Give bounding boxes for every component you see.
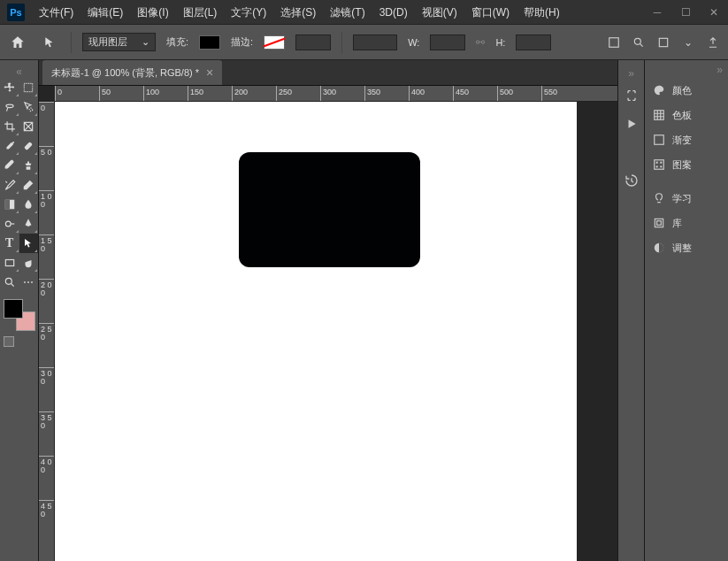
history-icon[interactable] <box>623 172 640 189</box>
panel-learn[interactable]: 学习 <box>645 186 728 211</box>
quickmask-toggle[interactable] <box>4 336 38 347</box>
menu-help[interactable]: 帮助(H) <box>517 0 567 25</box>
canvas-viewport[interactable]: 软件自学网 WWW.RJZXW.COM <box>55 102 617 561</box>
panel-libraries[interactable]: 库 <box>645 211 728 235</box>
edit-toolbar-button[interactable]: ⋯ <box>19 273 39 292</box>
document-tab-title: 未标题-1 @ 100% (背景, RGB/8) * <box>51 66 199 80</box>
svg-rect-20 <box>657 221 662 226</box>
horizontal-ruler[interactable]: 050100150200250300350400450500550 <box>55 86 617 102</box>
stroke-swatch[interactable] <box>264 35 285 50</box>
svg-point-18 <box>661 166 662 167</box>
zoom-tool[interactable] <box>0 273 19 292</box>
mask-mode-icon[interactable] <box>606 35 622 50</box>
vertical-ruler[interactable]: 05 01 0 01 5 02 0 02 5 03 0 03 5 04 0 04… <box>39 102 55 561</box>
quick-select-tool[interactable] <box>19 97 39 117</box>
panel-label: 学习 <box>672 192 692 205</box>
canvas[interactable]: 软件自学网 WWW.RJZXW.COM <box>55 102 577 561</box>
close-tab-icon[interactable]: × <box>206 65 213 80</box>
fill-label: 填充: <box>166 35 188 49</box>
adjustments-icon <box>652 241 666 255</box>
brush-tool[interactable] <box>0 156 19 175</box>
properties-icon[interactable] <box>623 87 640 104</box>
marquee-tool[interactable] <box>19 78 39 97</box>
app-logo: Ps <box>7 4 25 21</box>
move-tool[interactable] <box>0 78 19 97</box>
play-icon[interactable] <box>623 115 640 133</box>
stroke-label: 描边: <box>231 35 253 49</box>
svg-point-15 <box>656 162 657 163</box>
right-panel-column: » 颜色 色板 渐变 图案 学习 <box>644 60 728 561</box>
panel-gradients[interactable]: 渐变 <box>645 127 728 152</box>
menu-3d[interactable]: 3D(D) <box>372 0 415 25</box>
document-tab[interactable]: 未标题-1 @ 100% (背景, RGB/8) * × <box>42 60 222 85</box>
toolbox-collapse-icon[interactable]: « <box>0 65 38 78</box>
healing-tool[interactable] <box>19 136 39 156</box>
menu-layer[interactable]: 图层(L) <box>176 0 225 25</box>
gradient-tool[interactable] <box>0 195 19 214</box>
panel-label: 颜色 <box>672 84 692 97</box>
workspace: « <box>0 60 728 561</box>
panel-collapse-icon[interactable]: » <box>645 64 728 78</box>
width-input[interactable] <box>430 35 465 50</box>
menu-filter[interactable]: 滤镜(T) <box>323 0 372 25</box>
title-bar: Ps 文件(F) 编辑(E) 图像(I) 图层(L) 文字(Y) 选择(S) 滤… <box>0 0 728 25</box>
right-icon-column-1: » <box>617 60 644 561</box>
toolbox: « <box>0 60 39 561</box>
type-tool[interactable]: T <box>0 234 19 253</box>
dodge-tool[interactable] <box>0 214 19 234</box>
menu-view[interactable]: 视图(V) <box>415 0 464 25</box>
svg-point-4 <box>29 108 33 111</box>
panel-label: 库 <box>672 217 682 230</box>
color-swatches[interactable] <box>4 299 35 331</box>
layer-mode-dropdown[interactable]: 现用图层 ⌄ <box>82 33 156 51</box>
divider <box>71 32 72 53</box>
fill-swatch[interactable] <box>199 35 220 50</box>
menu-bar: 文件(F) 编辑(E) 图像(I) 图层(L) 文字(Y) 选择(S) 滤镜(T… <box>32 0 643 25</box>
pattern-icon <box>652 158 666 172</box>
stroke-style-dropdown[interactable] <box>353 35 397 50</box>
window-maximize-button[interactable]: ☐ <box>671 0 700 25</box>
frame-tool[interactable] <box>19 117 39 136</box>
svg-rect-6 <box>24 142 33 150</box>
eyedropper-tool[interactable] <box>0 136 19 156</box>
lasso-tool[interactable] <box>0 97 19 117</box>
eraser-tool[interactable] <box>19 175 39 195</box>
clone-tool[interactable] <box>19 156 39 175</box>
rounded-rectangle-shape[interactable] <box>239 152 420 267</box>
window-minimize-button[interactable]: ─ <box>643 0 671 25</box>
svg-rect-10 <box>5 260 13 266</box>
share-icon[interactable] <box>705 35 721 50</box>
foreground-color-swatch[interactable] <box>4 299 23 319</box>
window-close-button[interactable]: ✕ <box>700 0 728 25</box>
move-tool-icon[interactable] <box>39 32 60 53</box>
panel-color[interactable]: 颜色 <box>645 78 728 103</box>
menu-type[interactable]: 文字(Y) <box>224 0 273 25</box>
pen-tool[interactable] <box>19 214 39 234</box>
svg-point-16 <box>661 162 662 163</box>
menu-select[interactable]: 选择(S) <box>273 0 323 25</box>
panel-patterns[interactable]: 图案 <box>645 152 728 177</box>
hand-tool[interactable] <box>19 253 39 273</box>
stroke-width-input[interactable] <box>295 35 331 50</box>
rectangle-tool[interactable] <box>0 253 19 273</box>
panel-label: 调整 <box>672 242 692 255</box>
home-icon[interactable] <box>7 32 28 53</box>
panel-collapse-icon[interactable]: » <box>628 67 634 76</box>
menu-window[interactable]: 窗口(W) <box>464 0 517 25</box>
panel-swatches[interactable]: 色板 <box>645 103 728 127</box>
search-icon[interactable] <box>631 35 647 50</box>
blur-tool[interactable] <box>19 195 39 214</box>
width-label: W: <box>408 37 419 48</box>
menu-image[interactable]: 图像(I) <box>130 0 175 25</box>
window-controls: ─ ☐ ✕ <box>643 0 728 25</box>
workspace-dropdown-icon[interactable]: ⌄ <box>680 35 696 50</box>
panel-adjustments[interactable]: 调整 <box>645 235 728 260</box>
history-brush-tool[interactable] <box>0 175 19 195</box>
frame-icon[interactable] <box>655 35 671 50</box>
menu-edit[interactable]: 编辑(E) <box>80 0 130 25</box>
link-icon[interactable]: ⚯ <box>476 36 485 49</box>
crop-tool[interactable] <box>0 117 19 136</box>
path-select-tool[interactable] <box>19 234 39 253</box>
menu-file[interactable]: 文件(F) <box>32 0 80 25</box>
height-input[interactable] <box>516 35 551 50</box>
